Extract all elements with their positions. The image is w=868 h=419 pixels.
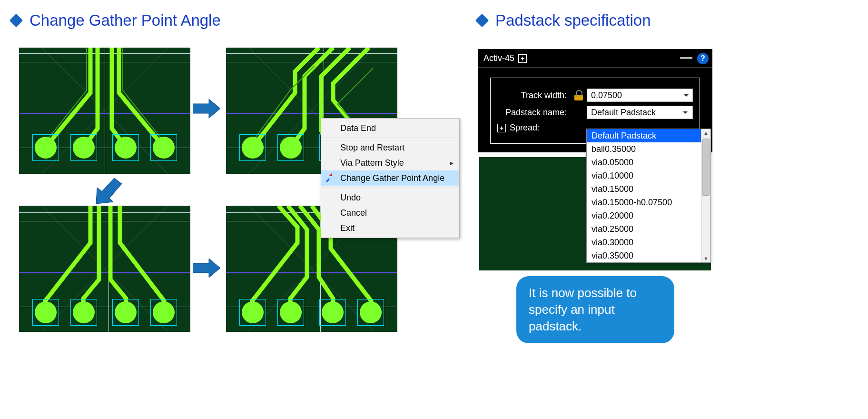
info-callout: It is now possible to specify an input p… (516, 276, 674, 343)
track-width-combo[interactable]: 0.07500 (587, 89, 693, 102)
minimize-icon[interactable]: — (680, 54, 692, 60)
dropdown-option[interactable]: via0.15000-h0.07500 (587, 196, 710, 209)
menu-item-label: Change Gather Point Angle (340, 173, 444, 183)
dropdown-option-label: via0.05000 (592, 158, 633, 168)
change-angle-icon (325, 173, 335, 183)
pcb-view-before-bottom (19, 206, 190, 332)
dropdown-option[interactable]: via0.20000 (587, 209, 710, 222)
heading-text: Padstack specification (495, 11, 651, 30)
arrow-right-icon (193, 98, 221, 120)
expand-icon[interactable]: + (518, 54, 527, 63)
dropdown-option[interactable]: ball0.35000 (587, 142, 710, 156)
heading-text: Change Gather Point Angle (30, 11, 221, 30)
menu-separator (321, 188, 459, 188)
scrollbar[interactable] (701, 129, 710, 262)
callout-text: It is now possible to specify an input p… (529, 286, 637, 333)
dropdown-option[interactable]: via0.10000 (587, 169, 710, 182)
dropdown-option[interactable]: via0.35000 (587, 249, 710, 262)
menu-item-via-pattern-style[interactable]: Via Pattern Style (321, 155, 459, 170)
lock-icon[interactable] (573, 90, 584, 100)
menu-item-label: Undo (340, 193, 361, 203)
row-track-width: Track width: 0.07500 (497, 89, 693, 102)
menu-item-change-gather-point-angle[interactable]: Change Gather Point Angle (321, 170, 459, 186)
heading-padstack-specification: Padstack specification (477, 11, 651, 30)
dropdown-option[interactable]: Default Padstack (587, 129, 710, 142)
dropdown-option-label: via0.35000 (592, 251, 633, 261)
dropdown-option-label: via0.25000 (592, 224, 633, 234)
dropdown-option-label: via0.30000 (592, 238, 633, 248)
menu-item-undo[interactable]: Undo (321, 190, 459, 205)
label-padstack-name: Padstack name: (497, 108, 573, 118)
menu-item-stop-and-restart[interactable]: Stop and Restart (321, 140, 459, 155)
dropdown-option-label: Default Padstack (592, 131, 656, 141)
diamond-bullet-icon (10, 14, 23, 27)
panel-title-text: Activ-45 (483, 53, 514, 63)
menu-item-label: Cancel (340, 208, 367, 218)
menu-separator (321, 138, 459, 138)
panel-titlebar[interactable]: Activ-45 + — ? (478, 49, 712, 68)
row-padstack-name: Padstack name: Default Padstack (497, 106, 693, 119)
label-track-width: Track width: (497, 90, 573, 100)
heading-change-gather-point-angle: Change Gather Point Angle (11, 11, 221, 30)
svg-marker-1 (193, 259, 220, 278)
menu-item-label: Exit (340, 223, 355, 233)
arrow-down-left-icon (90, 178, 122, 205)
menu-item-exit[interactable]: Exit (321, 220, 459, 236)
pcb-view-before-top (19, 48, 190, 174)
scrollbar-thumb[interactable] (702, 139, 710, 196)
padstack-name-value: Default Padstack (591, 108, 656, 118)
dropdown-option-label: via0.15000 (592, 184, 633, 194)
menu-item-data-end[interactable]: Data End (321, 120, 459, 136)
padstack-name-combo[interactable]: Default Padstack (587, 106, 693, 119)
context-menu: Data End Stop and Restart Via Pattern St… (321, 118, 460, 238)
menu-item-label: Stop and Restart (340, 143, 404, 153)
expand-icon[interactable]: + (497, 124, 506, 132)
menu-item-label: Data End (340, 123, 376, 133)
svg-point-4 (328, 180, 329, 181)
dropdown-option-label: via0.10000 (592, 171, 633, 181)
svg-marker-2 (96, 178, 122, 204)
dropdown-option[interactable]: via0.05000 (587, 156, 710, 169)
padstack-dropdown[interactable]: Default Padstack ball0.35000 via0.05000 … (586, 129, 711, 263)
dropdown-option[interactable]: via0.25000 (587, 222, 710, 236)
diamond-bullet-icon (475, 14, 489, 27)
svg-point-3 (326, 181, 328, 182)
svg-marker-0 (193, 99, 220, 118)
menu-item-label: Via Pattern Style (340, 158, 404, 168)
dropdown-option[interactable]: via0.15000 (587, 182, 710, 196)
dropdown-option-label: ball0.35000 (592, 144, 636, 154)
label-spread: Spread: (510, 123, 540, 133)
track-width-value: 0.07500 (591, 90, 622, 100)
arrow-right-icon (193, 257, 221, 279)
help-icon[interactable]: ? (697, 53, 709, 64)
dropdown-option-label: via0.15000-h0.07500 (592, 198, 672, 208)
dropdown-option[interactable]: via0.30000 (587, 236, 710, 249)
menu-item-cancel[interactable]: Cancel (321, 205, 459, 220)
dropdown-option-label: via0.20000 (592, 211, 633, 221)
